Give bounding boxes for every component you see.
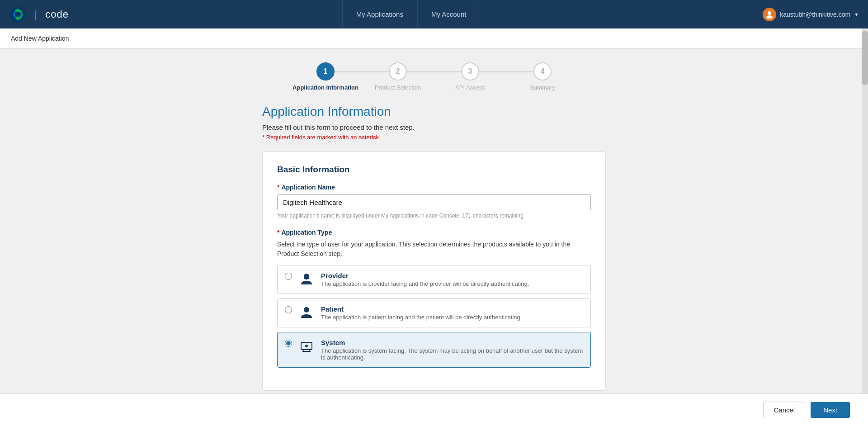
app-header: | code My Applications My Account kaustu… <box>0 0 868 28</box>
patient-desc: The application is patient facing and th… <box>321 314 583 321</box>
system-label: System <box>321 339 583 346</box>
app-type-section: * Application Type Select the type of us… <box>277 229 591 368</box>
user-dropdown-icon[interactable]: ▼ <box>854 12 859 17</box>
step-4-circle: 4 <box>533 62 552 80</box>
required-note: * Required fields are marked with an ast… <box>262 134 606 141</box>
user-menu[interactable]: kaustubh@thinkitive.com ▼ <box>754 8 868 21</box>
next-button[interactable]: Next <box>811 402 850 418</box>
logo-divider: | <box>34 8 37 21</box>
scrollbar-thumb[interactable] <box>862 31 868 85</box>
step-1: 1 Application Information <box>289 62 362 91</box>
cancel-button[interactable]: Cancel <box>763 402 805 418</box>
svg-point-1 <box>768 11 771 15</box>
nav-my-account[interactable]: My Account <box>417 0 481 28</box>
form-subtitle: Please fill out this form to proceed to … <box>262 123 606 131</box>
provider-text: Provider The application is provider fac… <box>321 272 583 287</box>
provider-label: Provider <box>321 272 583 279</box>
system-text: System The application is system facing.… <box>321 339 583 361</box>
patient-text: Patient The application is patient facin… <box>321 305 583 321</box>
svg-point-11 <box>305 345 308 347</box>
logo-text: code <box>45 9 69 20</box>
breadcrumb: Add New Application <box>0 28 868 49</box>
step-1-label: Application Information <box>292 84 359 91</box>
system-desc: The application is system facing. The sy… <box>321 347 583 361</box>
patient-label: Patient <box>321 305 583 313</box>
app-name-input[interactable] <box>277 194 591 210</box>
basic-info-card: Basic Information * Application Name You… <box>262 151 606 391</box>
app-name-label: * Application Name <box>277 184 591 191</box>
radio-patient[interactable] <box>285 306 292 313</box>
step-4-label: Summary <box>530 84 555 91</box>
radio-system[interactable] <box>285 340 292 347</box>
form-container: Application Information Please fill out … <box>253 104 615 391</box>
provider-desc: The application is provider facing and t… <box>321 280 583 287</box>
radio-option-provider[interactable]: Provider The application is provider fac… <box>277 265 591 294</box>
stepper: 1 Application Information 2 Product Sele… <box>0 62 868 91</box>
user-avatar <box>763 8 776 21</box>
step-4: 4 Summary <box>506 62 579 91</box>
svg-point-2 <box>766 15 773 19</box>
cerner-logo-icon <box>9 6 26 23</box>
step-3: 3 API Access <box>434 62 506 91</box>
radio-option-patient[interactable]: Patient The application is patient facin… <box>277 298 591 327</box>
app-type-description: Select the type of user for your applica… <box>277 240 591 259</box>
step-3-circle: 3 <box>461 62 479 80</box>
required-star-type: * <box>277 229 279 236</box>
provider-icon <box>298 272 315 286</box>
step-2-circle: 2 <box>389 62 407 80</box>
system-icon <box>298 339 315 353</box>
required-star-name: * <box>277 184 279 191</box>
app-name-hint: Your application's name is displayed und… <box>277 213 591 219</box>
breadcrumb-label: Add New Application <box>11 35 69 42</box>
step-1-circle: 1 <box>316 62 335 80</box>
svg-point-6 <box>304 307 309 312</box>
nav-my-applications[interactable]: My Applications <box>342 0 417 28</box>
patient-icon <box>298 305 315 320</box>
step-2-label: Product Selection <box>375 84 421 91</box>
step-3-label: API Access <box>455 84 485 91</box>
card-title: Basic Information <box>277 165 591 175</box>
main-content: 1 Application Information 2 Product Sele… <box>0 49 868 426</box>
app-type-label: * Application Type <box>277 229 591 236</box>
logo-area: | code <box>9 6 69 23</box>
header-navigation: My Applications My Account <box>342 0 481 28</box>
scrollbar[interactable] <box>862 28 868 393</box>
radio-provider[interactable] <box>285 273 292 280</box>
app-name-section: * Application Name Your application's na… <box>277 184 591 219</box>
user-email-label: kaustubh@thinkitive.com <box>780 11 850 18</box>
footer-bar: Cancel Next <box>0 393 868 426</box>
step-2: 2 Product Selection <box>362 62 434 91</box>
radio-option-system[interactable]: System The application is system facing.… <box>277 332 591 368</box>
page-title: Application Information <box>262 104 606 119</box>
user-icon <box>765 10 774 19</box>
